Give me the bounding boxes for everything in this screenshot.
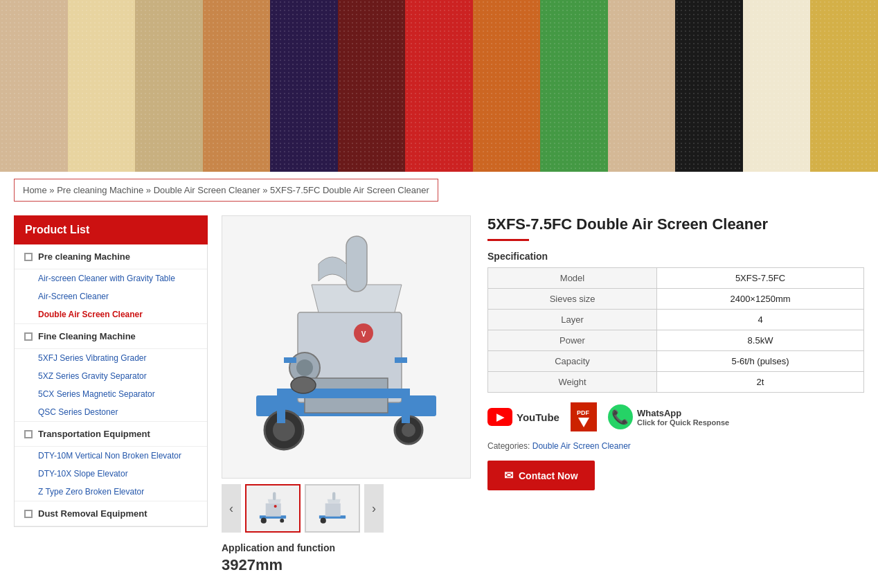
spec-label-0: Model [488,268,657,289]
prev-thumb-arrow[interactable]: ‹ [222,484,241,533]
pdf-icon: PDF [573,404,595,430]
spec-value-4: 5-6t/h (pulses) [657,351,864,372]
spec-label-2: Layer [488,310,657,330]
youtube-icon: ▶ [487,408,512,426]
main-content: Product List Pre cleaning Machine Air-sc… [14,215,864,574]
next-thumb-arrow[interactable]: › [364,484,384,533]
sidebar-item-qsc[interactable]: QSC Series Destoner [15,403,207,421]
svg-point-4 [402,423,415,437]
spec-row-4: Capacity5-6t/h (pulses) [488,351,864,372]
whatsapp-icon: 📞 [608,404,633,429]
sidebar-category-label-4: Dust Removal Equipment [38,508,147,519]
sidebar-category-label-3: Transportation Equipment [38,429,150,439]
grain-strip-8 [473,0,541,172]
spec-row-2: Layer4 [488,310,864,330]
sidebar-category-transport[interactable]: Transportation Equipment [15,422,207,447]
sidebar-item-5xz[interactable]: 5XZ Series Gravity Separator [15,367,207,385]
svg-point-27 [321,518,326,524]
machine-svg: V [242,229,450,465]
product-area: V ‹ [222,215,864,574]
product-info: 5XFS-7.5FC Double Air Screen Cleaner Spe… [487,215,864,574]
sidebar-category-pre-cleaning[interactable]: Pre cleaning Machine [15,244,207,269]
sidebar-item-5xfj[interactable]: 5XFJ Series Vibrating Grader [15,349,207,367]
breadcrumb-pre-cleaning[interactable]: Pre cleaning Machine [57,185,143,195]
grain-strip-3 [135,0,203,172]
youtube-button[interactable]: ▶ YouTube [487,408,559,426]
category-icon-4 [24,510,33,518]
svg-rect-7 [346,236,367,292]
svg-point-21 [280,519,284,523]
spec-row-5: Weight2t [488,372,864,393]
thumbnail-1[interactable] [245,484,301,533]
svg-point-9 [296,359,313,376]
spec-label-1: Sieves size [488,289,657,310]
action-row: ▶ YouTube PDF 📞 WhatsApp Cli [487,402,864,431]
contact-button[interactable]: ✉ Contact Now [487,461,595,490]
breadcrumb-current: 5XFS-7.5FC Double Air Screen Cleaner [270,185,429,195]
category-icon-2 [24,332,33,341]
sidebar-item-air-screen-gravity[interactable]: Air-screen Cleaner with Gravity Table [15,269,207,287]
product-title: 5XFS-7.5FC Double Air Screen Cleaner [487,215,864,233]
contact-label: Contact Now [519,470,578,481]
grain-strip-5 [270,0,338,172]
svg-text:V: V [361,330,366,338]
svg-rect-30 [332,492,335,500]
sidebar-title: Product List [14,215,208,244]
spec-row-1: Sieves size2400×1250mm [488,289,864,310]
whatsapp-label: WhatsApp [637,408,729,418]
grain-strip-1 [0,0,68,172]
grain-strip-2 [68,0,136,172]
svg-rect-17 [284,357,296,363]
svg-rect-24 [273,492,276,500]
grain-strip-9 [540,0,608,172]
title-underline [487,239,529,241]
sidebar-category-dust[interactable]: Dust Removal Equipment [15,501,207,526]
grain-strip-7 [405,0,473,172]
svg-point-20 [261,518,267,524]
product-images: V ‹ [222,215,471,574]
category-icon-3 [24,430,33,438]
sidebar: Product List Pre cleaning Machine Air-sc… [14,215,208,574]
sidebar-item-dty10m[interactable]: DTY-10M Vertical Non Broken Elevator [15,447,207,465]
svg-point-16 [291,377,316,393]
categories-label: Categories: [487,441,530,451]
category-icon-1 [24,253,33,261]
youtube-label: YouTube [517,411,559,423]
thumbnail-2[interactable] [305,484,360,533]
grain-strip-13 [810,0,878,172]
grain-strip-6 [338,0,406,172]
sidebar-item-ztype[interactable]: Z Type Zero Broken Elevator [15,483,207,501]
spec-table: Model5XFS-7.5FCSieves size2400×1250mmLay… [487,267,864,393]
spec-label-3: Power [488,330,657,351]
sidebar-section: Pre cleaning Machine Air-screen Cleaner … [14,244,208,527]
whatsapp-sub: Click for Quick Response [637,418,729,427]
envelope-icon: ✉ [504,469,513,482]
sidebar-items-1: Air-screen Cleaner with Gravity Table Ai… [15,269,207,324]
sidebar-category-fine-cleaning[interactable]: Fine Cleaning Machine [15,324,207,349]
breadcrumb-double-air[interactable]: Double Air Screen Cleaner [154,185,260,195]
svg-rect-28 [325,504,341,517]
spec-label-4: Capacity [488,351,657,372]
application-label: Application and function [222,542,471,553]
spec-row-3: Power8.5kW [488,330,864,351]
grain-strip-4 [203,0,271,172]
sidebar-category-label-1: Pre cleaning Machine [38,251,130,262]
sidebar-item-double-air-screen[interactable]: Double Air Screen Cleaner [15,305,207,323]
spec-value-5: 2t [657,372,864,393]
svg-text:PDF: PDF [577,409,590,416]
spec-value-0: 5XFS-7.5FC [657,268,864,289]
svg-rect-22 [266,504,281,517]
categories-line: Categories: Double Air Screen Cleaner [487,441,864,451]
sidebar-item-air-screen[interactable]: Air-Screen Cleaner [15,287,207,305]
specification-heading: Specification [487,251,864,262]
sidebar-item-dty10x[interactable]: DTY-10X Slope Elevator [15,465,207,483]
breadcrumb: Home » Pre cleaning Machine » Double Air… [14,179,438,202]
pdf-button[interactable]: PDF [571,402,597,431]
breadcrumb-home[interactable]: Home [23,185,47,195]
whatsapp-button[interactable]: 📞 WhatsApp Click for Quick Response [608,404,729,429]
sidebar-item-5cx[interactable]: 5CX Series Magnetic Separator [15,385,207,403]
spec-value-3: 8.5kW [657,330,864,351]
header-banner [0,0,878,172]
spec-row-0: Model5XFS-7.5FC [488,268,864,289]
categories-value[interactable]: Double Air Screen Cleaner [532,441,631,451]
